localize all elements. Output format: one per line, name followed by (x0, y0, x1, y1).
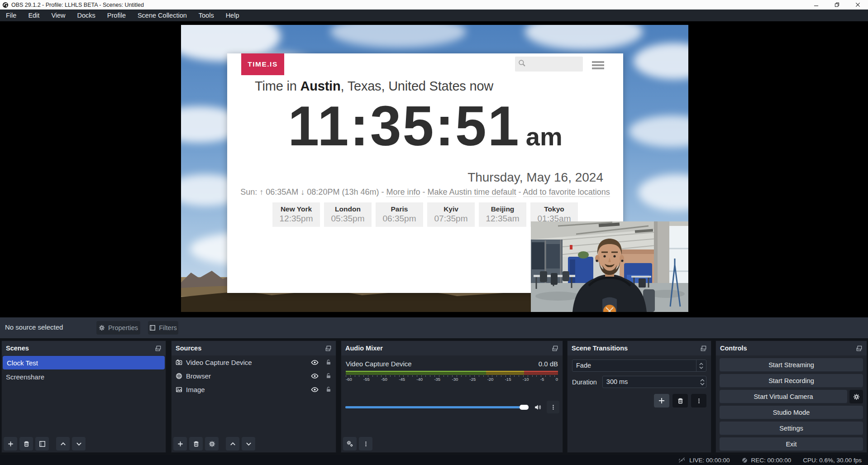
live-signal-icon (678, 457, 686, 463)
start-recording-button[interactable]: Start Recording (720, 374, 863, 388)
studio-mode-button[interactable]: Studio Mode (720, 406, 863, 419)
speaker-icon[interactable] (534, 403, 542, 411)
live-status: LIVE: 00:00:00 (678, 457, 730, 464)
transition-selected-value: Fade (572, 360, 696, 371)
move-scene-up-button[interactable] (56, 437, 70, 451)
city-box: Kyiv07:35pm (427, 202, 475, 227)
timeis-clock: 11:35:51 am (227, 98, 623, 154)
controls-panel: Controls Start Streaming Start Recording… (715, 340, 867, 453)
timeis-search-box (515, 57, 583, 72)
window-title: OBS 29.1.2 - Profile: LLHLS BETA - Scene… (11, 2, 144, 8)
virtual-camera-settings-button[interactable] (849, 390, 863, 403)
scene-item-clock-test[interactable]: Clock Test (3, 356, 165, 369)
hamburger-icon (592, 61, 604, 69)
title-bar: OBS 29.1.2 - Profile: LLHLS BETA - Scene… (0, 0, 868, 10)
menu-profile[interactable]: Profile (101, 10, 132, 21)
menu-tools[interactable]: Tools (193, 10, 220, 21)
duration-input[interactable]: 300 ms (602, 376, 706, 388)
eye-icon[interactable] (311, 359, 319, 366)
scenes-toolbar (4, 437, 86, 451)
scene-item-screenshare[interactable]: Screenshare (2, 370, 166, 384)
mixer-channel-menu-button[interactable] (547, 401, 559, 413)
image-icon (176, 386, 182, 393)
start-virtual-camera-button[interactable]: Start Virtual Camera (720, 390, 847, 403)
mixer-channel-row: Video Capture Device 0.0 dB (346, 360, 558, 368)
mixer-menu-button[interactable] (359, 437, 372, 451)
move-source-down-button[interactable] (242, 437, 255, 451)
move-scene-down-button[interactable] (72, 437, 86, 451)
scene-transitions-panel: Scene Transitions Fade Duration 300 ms (567, 340, 711, 453)
minimize-button[interactable] (806, 0, 826, 10)
add-source-button[interactable] (173, 437, 187, 451)
mixer-channel-name: Video Capture Device (346, 360, 412, 368)
volume-slider-handle[interactable] (520, 405, 529, 410)
dock-area: Scenes Clock Test Screenshare Sources (0, 338, 868, 455)
transition-select[interactable]: Fade (572, 360, 706, 372)
add-scene-button[interactable] (4, 437, 17, 451)
properties-button[interactable]: Properties (96, 321, 140, 335)
close-button[interactable] (847, 0, 868, 10)
menu-view[interactable]: View (45, 10, 71, 21)
status-bar: LIVE: 00:00:00 REC: 00:00:00 CPU: 0.6%, … (0, 455, 868, 465)
popout-icon[interactable] (325, 345, 332, 352)
duration-label: Duration (572, 379, 597, 386)
restore-button[interactable] (826, 0, 847, 10)
timeis-heading: Time in Austin, Texas, United States now (255, 79, 493, 94)
timeis-city: Austin (300, 79, 340, 93)
eye-icon[interactable] (311, 386, 319, 393)
obs-logo-icon (2, 2, 9, 8)
settings-button[interactable]: Settings (720, 422, 863, 435)
move-source-up-button[interactable] (226, 437, 239, 451)
filters-button[interactable]: Filters (148, 321, 178, 335)
popout-icon[interactable] (700, 345, 707, 352)
remove-transition-button[interactable] (672, 394, 688, 407)
city-box: London05:35pm (324, 202, 372, 227)
audio-mixer-toolbar (343, 437, 372, 451)
clock-ampm: am (526, 124, 563, 149)
make-default-link: Make Austin time default (427, 187, 516, 197)
add-transition-button[interactable] (654, 394, 669, 407)
duration-value: 300 ms (603, 378, 628, 385)
sources-toolbar (173, 437, 255, 451)
timeis-date: Thursday, May 16, 2024 (467, 170, 603, 185)
sources-panel-header: Sources (172, 341, 336, 355)
preview-canvas-area[interactable]: TIME.IS Time in Austin, Texas, United St… (0, 21, 868, 317)
unlock-icon[interactable] (325, 386, 332, 393)
advanced-audio-button[interactable] (343, 437, 357, 451)
source-item-browser[interactable]: Browser (172, 369, 336, 383)
volume-slider-row (345, 401, 559, 413)
chevron-up-down-icon[interactable] (696, 360, 706, 371)
popout-icon[interactable] (155, 345, 162, 352)
transitions-toolbar (572, 394, 706, 407)
menu-file[interactable]: File (0, 10, 22, 21)
exit-button[interactable]: Exit (720, 437, 863, 451)
start-streaming-button[interactable]: Start Streaming (720, 358, 863, 372)
city-box: New York12:35pm (272, 202, 320, 227)
remove-source-button[interactable] (189, 437, 203, 451)
rec-status: REC: 00:00:00 (742, 457, 792, 464)
source-properties-button[interactable] (205, 437, 219, 451)
cpu-fps-status: CPU: 0.6%, 30.00 fps (803, 457, 862, 464)
menu-help[interactable]: Help (220, 10, 245, 21)
program-preview[interactable]: TIME.IS Time in Austin, Texas, United St… (181, 25, 688, 312)
more-info-link: More info (386, 187, 420, 197)
eye-icon[interactable] (311, 372, 319, 380)
menu-docks[interactable]: Docks (72, 10, 101, 21)
menu-scene-collection[interactable]: Scene Collection (132, 10, 193, 21)
volume-slider[interactable] (345, 406, 529, 408)
timeis-logo: TIME.IS (241, 53, 284, 75)
webcam-video-source[interactable] (531, 221, 688, 312)
unlock-icon[interactable] (325, 359, 332, 365)
transition-menu-button[interactable] (691, 394, 706, 407)
scene-filters-button[interactable] (35, 437, 49, 451)
remove-scene-button[interactable] (19, 437, 33, 451)
obs-window: OBS 29.1.2 - Profile: LLHLS BETA - Scene… (0, 0, 868, 465)
menu-edit[interactable]: Edit (22, 10, 45, 21)
source-item-video-capture[interactable]: Video Capture Device (172, 355, 336, 369)
source-item-image[interactable]: Image (172, 383, 336, 396)
audio-mixer-panel: Audio Mixer Video Capture Device 0.0 dB … (341, 340, 563, 453)
popout-icon[interactable] (856, 345, 863, 352)
duration-spinner[interactable] (700, 376, 705, 388)
popout-icon[interactable] (552, 345, 558, 352)
unlock-icon[interactable] (325, 373, 332, 379)
